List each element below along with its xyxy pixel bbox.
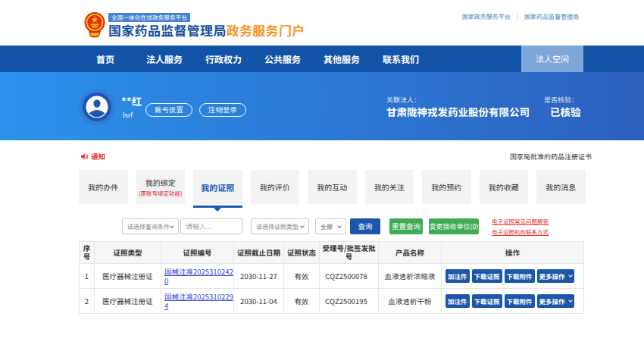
- row-actions: 加注件 下载证照 下载附件 更多操作: [445, 294, 582, 308]
- verify-label: 是否核验：: [544, 96, 578, 104]
- tab-label: 我的预约: [431, 183, 461, 192]
- cell-status: 有效: [284, 289, 320, 314]
- cell-acceptance-no: CQZ2500195: [320, 289, 379, 314]
- tab-my-appointments[interactable]: 我的预约: [422, 170, 471, 204]
- cert-contact-link[interactable]: 电子证照机构联系方式: [492, 228, 549, 235]
- change-receiver-button[interactable]: 变更接收单位(0): [429, 218, 479, 234]
- cell-cert-no: 国械注准20253102420: [161, 264, 234, 289]
- col-product-name: 产品名称: [379, 242, 442, 264]
- account-settings-button[interactable]: 账号设置: [145, 103, 192, 117]
- tab-label: 我的消息: [546, 183, 576, 192]
- add-note-button[interactable]: 加注件: [445, 269, 470, 283]
- table-row: 1 医疗器械注册证 国械注准20253102420 2030-11-27 有效 …: [80, 264, 584, 289]
- tab-my-interactions[interactable]: 我的互动: [308, 170, 357, 204]
- scope-value: 全部: [320, 222, 333, 231]
- site-title-main: 国家药品监督管理局: [108, 20, 227, 39]
- filter-bar: 请选择查询条件 请选择证照类型 全部 查询 重置查询 变更接收单位(0) 电子证…: [79, 217, 592, 237]
- cell-actions: 加注件 下载证照 下载附件 更多操作: [442, 264, 584, 289]
- tab-label: 我的关注: [374, 183, 405, 192]
- download-cert-button[interactable]: 下载证照: [472, 269, 502, 283]
- verify-status: 已核验: [550, 105, 581, 118]
- tab-label: 我的绑定: [145, 178, 176, 187]
- tab-my-messages[interactable]: 我的消息: [536, 170, 586, 204]
- tab-label: 我的评价: [260, 183, 290, 192]
- cert-no-link[interactable]: 国械注准20253102294: [164, 292, 234, 310]
- table-row: 2 医疗器械注册证 国械注准20253102294 2030-11-04 有效 …: [80, 289, 584, 314]
- legal-person-space-button[interactable]: 法人空间: [521, 46, 583, 72]
- tab-my-binding[interactable]: 我的绑定(原账号绑定功能): [136, 170, 186, 204]
- site-header: 全国一体化在线政务服务平台 国家药品监督管理局政务服务门户 国家政务服务平台 |…: [0, 0, 644, 46]
- cell-actions: 加注件 下载证照 下载附件 更多操作: [442, 289, 584, 314]
- keyword-input[interactable]: [180, 218, 242, 234]
- top-links-separator: |: [517, 12, 518, 20]
- tab-label: 我的收藏: [489, 183, 519, 192]
- cert-type-select[interactable]: 请选择证照类型: [251, 218, 309, 234]
- cert-type-value: 请选择证照类型: [256, 222, 299, 231]
- cell-acceptance-no: CQZ2500078: [320, 264, 379, 289]
- nav-item-contact-us[interactable]: 联系我们: [371, 46, 430, 72]
- col-cert-type: 证照类型: [95, 242, 161, 264]
- tab-my-reviews[interactable]: 我的评价: [251, 170, 300, 204]
- nav-item-admin-power[interactable]: 行政权力: [194, 46, 253, 72]
- account-id: lsrf: [123, 111, 133, 119]
- cell-cert-type: 医疗器械注册证: [95, 264, 161, 289]
- cert-faq-link[interactable]: 电子证照常见问题解答: [492, 218, 549, 224]
- col-expiry-date: 证照截止日期: [234, 242, 284, 264]
- tab-my-items[interactable]: 我的办件: [79, 170, 128, 204]
- tab-label: 我的证照: [201, 183, 234, 192]
- row-actions: 加注件 下载证照 下载附件 更多操作: [445, 269, 582, 283]
- chevron-down-icon: [568, 298, 573, 303]
- tab-my-certificates[interactable]: 我的证照: [193, 170, 242, 204]
- main-nav: 首页 法人服务 行政权力 公共服务 其他服务 联系我们 法人空间: [0, 46, 644, 72]
- nav-item-public-services[interactable]: 公共服务: [253, 46, 312, 72]
- download-attachment-button[interactable]: 下载附件: [505, 269, 535, 283]
- chevron-down-icon: [568, 273, 573, 278]
- add-note-button[interactable]: 加注件: [445, 294, 470, 308]
- notice-left: 通知: [80, 151, 105, 162]
- tab-my-favorites[interactable]: 我的收藏: [480, 170, 529, 204]
- cell-cert-type: 医疗器械注册证: [95, 289, 161, 314]
- notice-bar: 通知 国家局批准的药品注册证书: [79, 151, 592, 162]
- nav-item-legal-services[interactable]: 法人服务: [135, 46, 194, 72]
- cell-product-name: 血液透析干粉: [379, 289, 442, 314]
- cell-index: 1: [80, 264, 95, 289]
- user-avatar: [79, 89, 115, 125]
- cell-expiry-date: 2030-11-04: [234, 289, 284, 314]
- chevron-down-icon: [300, 224, 305, 228]
- site-title-accent: 政务服务门户: [227, 20, 305, 39]
- top-link-nmpa[interactable]: 国家药品监督管理局: [524, 12, 579, 20]
- cell-cert-no: 国械注准20253102294: [161, 289, 234, 314]
- cell-product-name: 血液透析浓缩液: [379, 264, 442, 289]
- site-title: 国家药品监督管理局政务服务门户: [108, 23, 305, 37]
- legal-entity-name: 甘肃陇神戎发药业股份有限公司: [386, 105, 530, 118]
- notice-label: 通知: [91, 151, 105, 162]
- user-banner: **红 lsrf 账号设置 注销登录 关联法人： 甘肃陇神戎发药业股份有限公司 …: [0, 72, 644, 140]
- more-actions-label: 更多操作: [539, 269, 565, 283]
- col-actions: 操作: [442, 242, 584, 264]
- download-cert-button[interactable]: 下载证照: [472, 294, 502, 308]
- top-link-national-platform[interactable]: 国家政务服务平台: [462, 12, 511, 20]
- nav-item-home[interactable]: 首页: [76, 46, 135, 72]
- cell-expiry-date: 2030-11-27: [234, 264, 284, 289]
- tab-sublabel: (原账号绑定功能): [139, 190, 183, 196]
- col-status: 证照状态: [284, 242, 320, 264]
- chevron-down-icon: [337, 224, 342, 228]
- reset-button[interactable]: 重置查询: [389, 218, 423, 234]
- more-actions-button[interactable]: 更多操作: [537, 294, 574, 308]
- table-header-row: 序号 证照类型 证照编号 证照截止日期 证照状态 受理号/批签发批号 产品名称 …: [80, 242, 584, 264]
- more-actions-button[interactable]: 更多操作: [537, 269, 574, 283]
- scope-select[interactable]: 全部: [315, 218, 346, 234]
- more-actions-label: 更多操作: [539, 294, 565, 308]
- logout-button[interactable]: 注销登录: [199, 103, 246, 117]
- tab-label: 我的办件: [88, 183, 118, 192]
- search-button[interactable]: 查询: [350, 218, 380, 234]
- tab-label: 我的互动: [317, 183, 347, 192]
- query-condition-select[interactable]: 请选择查询条件: [122, 218, 179, 234]
- download-attachment-button[interactable]: 下载附件: [505, 294, 535, 308]
- tab-my-follows[interactable]: 我的关注: [365, 170, 414, 204]
- notice-announcement[interactable]: 国家局批准的药品注册证书: [510, 152, 592, 162]
- nav-item-other-services[interactable]: 其他服务: [312, 46, 371, 72]
- cert-no-link[interactable]: 国械注准20253102420: [164, 267, 234, 285]
- col-acceptance-no: 受理号/批签发批号: [320, 242, 379, 264]
- certificate-table: 序号 证照类型 证照编号 证照截止日期 证照状态 受理号/批签发批号 产品名称 …: [79, 241, 584, 314]
